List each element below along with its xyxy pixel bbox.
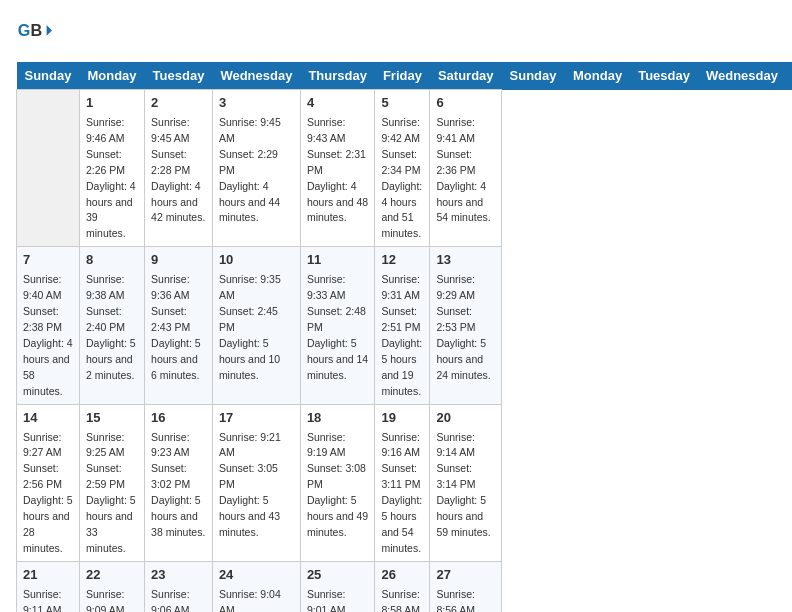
day-number: 12 bbox=[381, 251, 423, 270]
col-header-tuesday: Tuesday bbox=[630, 62, 698, 90]
col-header-tuesday: Tuesday bbox=[145, 62, 213, 90]
col-header-friday: Friday bbox=[375, 62, 430, 90]
day-cell: 19Sunrise: 9:16 AM Sunset: 3:11 PM Dayli… bbox=[375, 404, 430, 561]
day-number: 20 bbox=[436, 409, 495, 428]
header-row: SundayMondayTuesdayWednesdayThursdayFrid… bbox=[17, 62, 793, 90]
day-cell: 17Sunrise: 9:21 AM Sunset: 3:05 PM Dayli… bbox=[212, 404, 300, 561]
day-number: 10 bbox=[219, 251, 294, 270]
day-cell: 7Sunrise: 9:40 AM Sunset: 2:38 PM Daylig… bbox=[17, 247, 80, 404]
day-number: 3 bbox=[219, 94, 294, 113]
week-row-2: 7Sunrise: 9:40 AM Sunset: 2:38 PM Daylig… bbox=[17, 247, 793, 404]
day-info: Sunrise: 9:09 AM Sunset: 3:20 PM Dayligh… bbox=[86, 588, 136, 612]
day-info: Sunrise: 9:23 AM Sunset: 3:02 PM Dayligh… bbox=[151, 431, 205, 539]
week-row-4: 21Sunrise: 9:11 AM Sunset: 3:17 PM Dayli… bbox=[17, 562, 793, 612]
day-info: Sunrise: 9:35 AM Sunset: 2:45 PM Dayligh… bbox=[219, 273, 281, 381]
day-cell: 1Sunrise: 9:46 AM Sunset: 2:26 PM Daylig… bbox=[79, 90, 144, 247]
day-info: Sunrise: 9:29 AM Sunset: 2:53 PM Dayligh… bbox=[436, 273, 490, 381]
logo: G B bbox=[16, 16, 56, 52]
day-info: Sunrise: 9:11 AM Sunset: 3:17 PM Dayligh… bbox=[23, 588, 73, 612]
day-info: Sunrise: 9:46 AM Sunset: 2:26 PM Dayligh… bbox=[86, 116, 136, 240]
day-number: 27 bbox=[436, 566, 495, 585]
day-number: 18 bbox=[307, 409, 369, 428]
day-number: 4 bbox=[307, 94, 369, 113]
day-info: Sunrise: 9:31 AM Sunset: 2:51 PM Dayligh… bbox=[381, 273, 422, 397]
day-info: Sunrise: 9:25 AM Sunset: 2:59 PM Dayligh… bbox=[86, 431, 136, 555]
day-info: Sunrise: 9:21 AM Sunset: 3:05 PM Dayligh… bbox=[219, 431, 281, 539]
day-info: Sunrise: 9:19 AM Sunset: 3:08 PM Dayligh… bbox=[307, 431, 368, 539]
col-header-sunday: Sunday bbox=[17, 62, 80, 90]
col-header-wednesday: Wednesday bbox=[698, 62, 786, 90]
page-header: G B bbox=[16, 16, 776, 52]
day-number: 6 bbox=[436, 94, 495, 113]
day-info: Sunrise: 9:33 AM Sunset: 2:48 PM Dayligh… bbox=[307, 273, 368, 381]
day-info: Sunrise: 9:27 AM Sunset: 2:56 PM Dayligh… bbox=[23, 431, 73, 555]
svg-text:G: G bbox=[18, 21, 31, 39]
day-cell: 16Sunrise: 9:23 AM Sunset: 3:02 PM Dayli… bbox=[145, 404, 213, 561]
day-number: 19 bbox=[381, 409, 423, 428]
day-cell: 6Sunrise: 9:41 AM Sunset: 2:36 PM Daylig… bbox=[430, 90, 502, 247]
day-cell: 4Sunrise: 9:43 AM Sunset: 2:31 PM Daylig… bbox=[300, 90, 375, 247]
day-info: Sunrise: 8:56 AM Sunset: 3:35 PM Dayligh… bbox=[436, 588, 490, 612]
col-header-sunday: Sunday bbox=[502, 62, 565, 90]
day-number: 23 bbox=[151, 566, 206, 585]
week-row-1: 1Sunrise: 9:46 AM Sunset: 2:26 PM Daylig… bbox=[17, 90, 793, 247]
day-cell: 20Sunrise: 9:14 AM Sunset: 3:14 PM Dayli… bbox=[430, 404, 502, 561]
day-number: 14 bbox=[23, 409, 73, 428]
day-info: Sunrise: 9:40 AM Sunset: 2:38 PM Dayligh… bbox=[23, 273, 73, 397]
day-cell: 3Sunrise: 9:45 AM Sunset: 2:29 PM Daylig… bbox=[212, 90, 300, 247]
svg-text:B: B bbox=[30, 21, 42, 39]
day-info: Sunrise: 9:38 AM Sunset: 2:40 PM Dayligh… bbox=[86, 273, 136, 381]
day-number: 5 bbox=[381, 94, 423, 113]
day-number: 25 bbox=[307, 566, 369, 585]
day-info: Sunrise: 9:43 AM Sunset: 2:31 PM Dayligh… bbox=[307, 116, 368, 224]
col-header-thursday: Thursday bbox=[300, 62, 375, 90]
day-cell: 5Sunrise: 9:42 AM Sunset: 2:34 PM Daylig… bbox=[375, 90, 430, 247]
day-info: Sunrise: 9:42 AM Sunset: 2:34 PM Dayligh… bbox=[381, 116, 422, 240]
day-number: 22 bbox=[86, 566, 138, 585]
day-cell bbox=[17, 90, 80, 247]
day-info: Sunrise: 9:04 AM Sunset: 3:26 PM Dayligh… bbox=[219, 588, 281, 612]
day-cell: 18Sunrise: 9:19 AM Sunset: 3:08 PM Dayli… bbox=[300, 404, 375, 561]
col-header-monday: Monday bbox=[565, 62, 630, 90]
day-number: 15 bbox=[86, 409, 138, 428]
day-number: 26 bbox=[381, 566, 423, 585]
day-number: 11 bbox=[307, 251, 369, 270]
day-cell: 24Sunrise: 9:04 AM Sunset: 3:26 PM Dayli… bbox=[212, 562, 300, 612]
day-number: 7 bbox=[23, 251, 73, 270]
day-cell: 10Sunrise: 9:35 AM Sunset: 2:45 PM Dayli… bbox=[212, 247, 300, 404]
day-number: 21 bbox=[23, 566, 73, 585]
day-cell: 27Sunrise: 8:56 AM Sunset: 3:35 PM Dayli… bbox=[430, 562, 502, 612]
day-number: 17 bbox=[219, 409, 294, 428]
day-number: 2 bbox=[151, 94, 206, 113]
day-info: Sunrise: 8:58 AM Sunset: 3:32 PM Dayligh… bbox=[381, 588, 422, 612]
day-cell: 8Sunrise: 9:38 AM Sunset: 2:40 PM Daylig… bbox=[79, 247, 144, 404]
day-info: Sunrise: 9:41 AM Sunset: 2:36 PM Dayligh… bbox=[436, 116, 490, 224]
day-cell: 22Sunrise: 9:09 AM Sunset: 3:20 PM Dayli… bbox=[79, 562, 144, 612]
day-info: Sunrise: 9:06 AM Sunset: 3:23 PM Dayligh… bbox=[151, 588, 205, 612]
day-cell: 2Sunrise: 9:45 AM Sunset: 2:28 PM Daylig… bbox=[145, 90, 213, 247]
day-info: Sunrise: 9:45 AM Sunset: 2:28 PM Dayligh… bbox=[151, 116, 205, 224]
day-cell: 9Sunrise: 9:36 AM Sunset: 2:43 PM Daylig… bbox=[145, 247, 213, 404]
col-header-monday: Monday bbox=[79, 62, 144, 90]
logo-icon: G B bbox=[16, 16, 52, 52]
day-info: Sunrise: 9:45 AM Sunset: 2:29 PM Dayligh… bbox=[219, 116, 281, 224]
day-cell: 13Sunrise: 9:29 AM Sunset: 2:53 PM Dayli… bbox=[430, 247, 502, 404]
day-cell: 23Sunrise: 9:06 AM Sunset: 3:23 PM Dayli… bbox=[145, 562, 213, 612]
day-number: 9 bbox=[151, 251, 206, 270]
col-header-wednesday: Wednesday bbox=[212, 62, 300, 90]
day-number: 24 bbox=[219, 566, 294, 585]
day-number: 16 bbox=[151, 409, 206, 428]
col-header-thursday: Thursday bbox=[786, 62, 792, 90]
day-number: 8 bbox=[86, 251, 138, 270]
col-header-saturday: Saturday bbox=[430, 62, 502, 90]
svg-marker-2 bbox=[47, 25, 52, 36]
day-cell: 14Sunrise: 9:27 AM Sunset: 2:56 PM Dayli… bbox=[17, 404, 80, 561]
day-info: Sunrise: 9:16 AM Sunset: 3:11 PM Dayligh… bbox=[381, 431, 422, 555]
calendar-table: SundayMondayTuesdayWednesdayThursdayFrid… bbox=[16, 62, 792, 612]
day-cell: 26Sunrise: 8:58 AM Sunset: 3:32 PM Dayli… bbox=[375, 562, 430, 612]
day-info: Sunrise: 9:14 AM Sunset: 3:14 PM Dayligh… bbox=[436, 431, 490, 539]
day-number: 1 bbox=[86, 94, 138, 113]
day-info: Sunrise: 9:01 AM Sunset: 3:29 PM Dayligh… bbox=[307, 588, 368, 612]
day-cell: 25Sunrise: 9:01 AM Sunset: 3:29 PM Dayli… bbox=[300, 562, 375, 612]
day-number: 13 bbox=[436, 251, 495, 270]
